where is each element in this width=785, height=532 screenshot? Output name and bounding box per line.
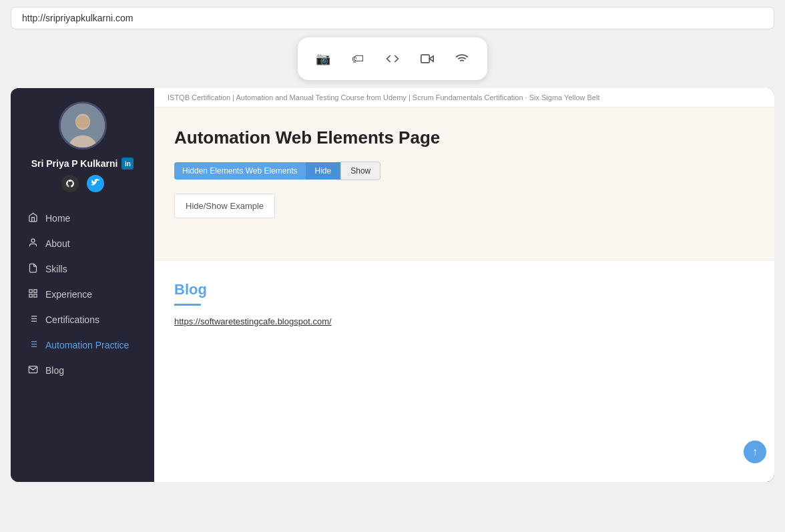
blog-url[interactable]: https://softwaretestingcafe.blogspot.com… <box>174 316 332 326</box>
home-icon <box>27 212 39 224</box>
blog-section-title: Blog <box>174 281 754 298</box>
nav-label-certifications: Certifications <box>45 314 99 325</box>
svg-rect-10 <box>33 294 36 297</box>
linkedin-badge[interactable]: in <box>121 158 134 170</box>
camera-button[interactable]: 📷 <box>308 44 338 73</box>
wifi-button[interactable] <box>447 44 477 73</box>
certifications-icon <box>27 314 39 326</box>
nav-list: Home About <box>11 206 154 383</box>
scroll-top-button[interactable]: ↑ <box>744 441 766 463</box>
nav-item-about[interactable]: About <box>11 231 154 256</box>
nav-label-automation: Automation Practice <box>45 340 129 350</box>
github-icon[interactable] <box>61 175 79 192</box>
svg-point-7 <box>31 239 35 242</box>
nav-item-skills[interactable]: Skills <box>11 256 154 282</box>
nav-label-experience: Experience <box>45 289 92 300</box>
svg-rect-1 <box>421 55 430 63</box>
twitter-icon[interactable] <box>87 175 104 192</box>
main-content[interactable]: ISTQB Certification | Automation and Man… <box>154 88 774 482</box>
blog-icon <box>27 364 39 376</box>
nav-item-home[interactable]: Home <box>11 206 154 231</box>
skills-icon <box>27 263 39 275</box>
nav-label-home: Home <box>45 213 70 224</box>
tag-button[interactable]: 🏷 <box>343 44 372 73</box>
svg-rect-8 <box>29 290 31 292</box>
experience-icon <box>27 288 39 300</box>
hidden-elements-label: Hidden Elements Web Elements <box>174 162 306 180</box>
social-icons <box>61 175 104 192</box>
hint-text: ISTQB Certification | Automation and Man… <box>168 93 599 101</box>
automation-icon <box>27 339 39 351</box>
content-top-hint: ISTQB Certification | Automation and Man… <box>154 88 774 107</box>
svg-point-6 <box>75 115 89 127</box>
browser-window: Sri Priya P Kulkarni in <box>0 88 785 482</box>
sidebar: Sri Priya P Kulkarni in <box>11 88 154 482</box>
blog-section: Blog https://softwaretestingcafe.blogspo… <box>154 261 774 347</box>
nav-item-experience[interactable]: Experience <box>11 282 154 307</box>
video-button[interactable] <box>413 44 442 73</box>
toolbar: 📷 🏷 <box>298 37 487 80</box>
nav-item-automation[interactable]: Automation Practice <box>11 332 154 358</box>
automation-section: Automation Web Elements Page Hidden Elem… <box>154 107 774 261</box>
code-button[interactable] <box>378 44 407 73</box>
nav-item-blog[interactable]: Blog <box>11 358 154 383</box>
profile-name-container: Sri Priya P Kulkarni in <box>31 158 134 170</box>
show-button[interactable]: Show <box>340 162 380 180</box>
hidden-elements-bar: Hidden Elements Web Elements Hide Show <box>174 162 754 180</box>
url-text: http://sripriyapkulkarni.com <box>22 13 134 23</box>
address-bar[interactable]: http://sripriyapkulkarni.com <box>11 7 774 29</box>
avatar <box>59 101 107 150</box>
svg-rect-11 <box>29 294 31 297</box>
automation-section-title: Automation Web Elements Page <box>174 127 754 148</box>
about-icon <box>27 238 39 250</box>
nav-item-certifications[interactable]: Certifications <box>11 307 154 332</box>
svg-rect-9 <box>33 290 36 292</box>
hide-button[interactable]: Hide <box>306 162 341 180</box>
blog-divider <box>174 304 201 306</box>
nav-label-skills: Skills <box>45 264 67 274</box>
svg-marker-0 <box>429 56 433 61</box>
hide-show-example: Hide/Show Example <box>174 194 275 218</box>
nav-label-blog: Blog <box>45 365 64 376</box>
profile-name-text: Sri Priya P Kulkarni <box>31 158 118 169</box>
nav-label-about: About <box>45 238 70 249</box>
